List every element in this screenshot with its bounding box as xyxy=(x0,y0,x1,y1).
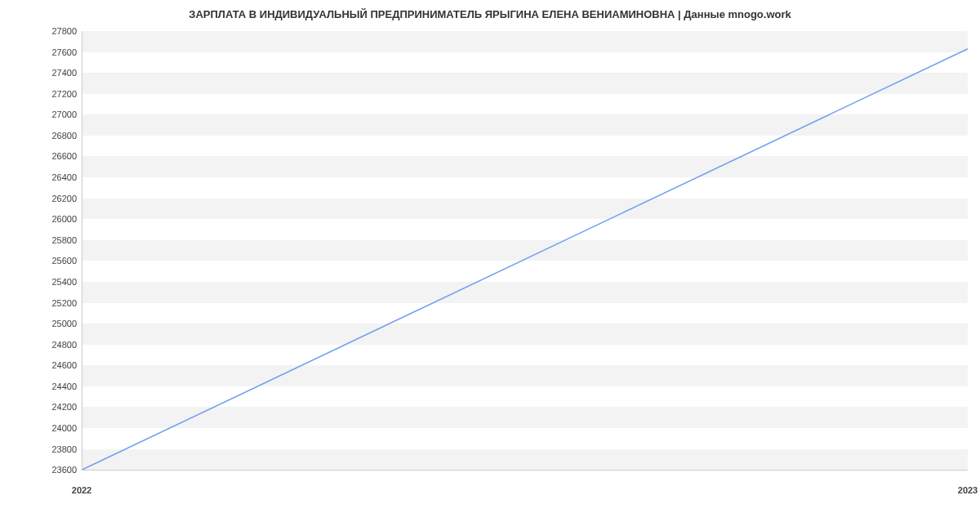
y-tick-label: 26800 xyxy=(51,131,82,141)
y-tick-label: 24800 xyxy=(51,340,82,350)
x-axis-line xyxy=(82,470,968,471)
plot-area: 2360023800240002420024400246002480025000… xyxy=(82,31,968,480)
y-tick-label: 27600 xyxy=(51,47,82,57)
line-layer xyxy=(82,31,968,480)
series-line xyxy=(82,49,968,470)
y-tick-label: 23600 xyxy=(51,465,82,475)
y-tick-label: 27800 xyxy=(51,26,82,36)
y-tick-label: 24600 xyxy=(51,360,82,370)
y-tick-label: 25000 xyxy=(51,319,82,328)
y-tick-label: 27000 xyxy=(51,109,82,119)
chart-title: ЗАРПЛАТА В ИНДИВИДУАЛЬНЫЙ ПРЕДПРИНИМАТЕЛ… xyxy=(0,8,980,20)
salary-line-chart: ЗАРПЛАТА В ИНДИВИДУАЛЬНЫЙ ПРЕДПРИНИМАТЕЛ… xyxy=(0,0,980,531)
x-tick-label: 2022 xyxy=(72,480,91,495)
y-tick-label: 26200 xyxy=(51,194,82,203)
y-tick-label: 27200 xyxy=(51,89,82,99)
y-tick-label: 25400 xyxy=(51,277,82,287)
y-tick-label: 26600 xyxy=(51,151,82,161)
y-tick-label: 24000 xyxy=(51,423,82,433)
y-axis-line xyxy=(82,31,82,470)
y-tick-label: 26000 xyxy=(51,214,82,224)
y-tick-label: 27400 xyxy=(51,68,82,78)
y-tick-label: 25200 xyxy=(51,298,82,308)
y-tick-label: 25600 xyxy=(51,256,82,266)
y-tick-label: 25800 xyxy=(51,235,82,245)
x-tick-label: 2023 xyxy=(958,480,978,495)
y-tick-label: 26400 xyxy=(51,172,82,182)
y-tick-label: 23800 xyxy=(51,444,82,454)
y-tick-label: 24400 xyxy=(51,382,82,391)
y-tick-label: 24200 xyxy=(51,402,82,412)
